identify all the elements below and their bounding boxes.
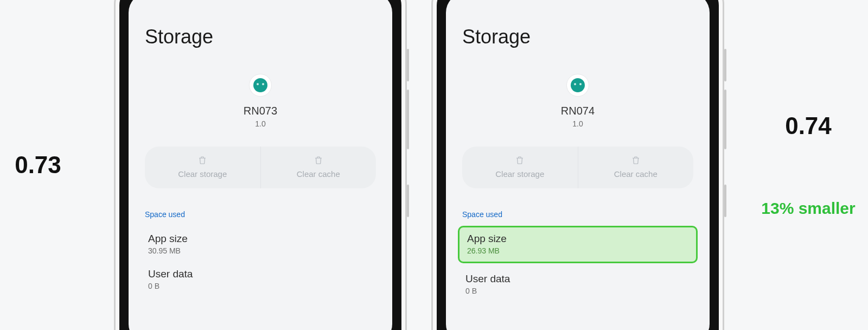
- app-name-label: RN074: [462, 105, 693, 117]
- app-version-label: 1.0: [462, 119, 693, 128]
- app-icon: [567, 74, 589, 96]
- app-name-label: RN073: [145, 105, 376, 117]
- space-used-label: Space used: [145, 210, 376, 219]
- comparison-stage: 0.73 Storage RN073 1.0: [0, 0, 868, 330]
- page-title: Storage: [145, 26, 376, 48]
- app-header: RN073 1.0: [145, 74, 376, 128]
- left-version-label: 0.73: [0, 151, 76, 179]
- clear-cache-button[interactable]: Clear cache: [578, 147, 694, 188]
- user-data-title: User data: [465, 273, 690, 285]
- trash-icon: [515, 155, 525, 165]
- action-row: Clear storage Clear cache: [145, 147, 376, 188]
- android-icon: [253, 78, 267, 92]
- phone-left: Storage RN073 1.0: [114, 0, 393, 330]
- app-size-value: 26.93 MB: [467, 246, 688, 255]
- right-version-label: 0.74: [770, 112, 846, 139]
- clear-cache-button[interactable]: Clear cache: [260, 147, 376, 188]
- trash-icon: [631, 155, 641, 165]
- app-header: RN074 1.0: [462, 74, 693, 128]
- app-size-row[interactable]: App size 30.95 MB: [145, 227, 376, 263]
- clear-storage-label: Clear storage: [178, 169, 227, 179]
- app-size-title: App size: [148, 233, 373, 245]
- user-data-row[interactable]: User data 0 B: [145, 263, 376, 298]
- user-data-title: User data: [148, 268, 373, 280]
- space-used-label: Space used: [462, 210, 693, 219]
- trash-icon: [197, 155, 207, 165]
- user-data-value: 0 B: [465, 287, 690, 295]
- app-size-title: App size: [467, 233, 688, 245]
- trash-icon: [314, 155, 323, 165]
- clear-storage-button[interactable]: Clear storage: [145, 147, 260, 188]
- clear-cache-label: Clear cache: [614, 169, 658, 179]
- phone-right: Storage RN074 1.0: [431, 0, 711, 330]
- app-size-row[interactable]: App size 26.93 MB: [458, 226, 698, 263]
- user-data-row[interactable]: User data 0 B: [462, 268, 693, 303]
- clear-storage-button[interactable]: Clear storage: [462, 147, 578, 188]
- clear-storage-label: Clear storage: [495, 169, 544, 179]
- smaller-annotation: 13% smaller: [761, 199, 855, 218]
- action-row: Clear storage Clear cache: [462, 147, 693, 188]
- app-version-label: 1.0: [145, 119, 376, 128]
- page-title: Storage: [462, 26, 693, 48]
- android-icon: [571, 78, 585, 92]
- user-data-value: 0 B: [148, 282, 373, 290]
- clear-cache-label: Clear cache: [297, 169, 340, 179]
- app-size-value: 30.95 MB: [148, 246, 373, 255]
- app-icon: [250, 74, 271, 96]
